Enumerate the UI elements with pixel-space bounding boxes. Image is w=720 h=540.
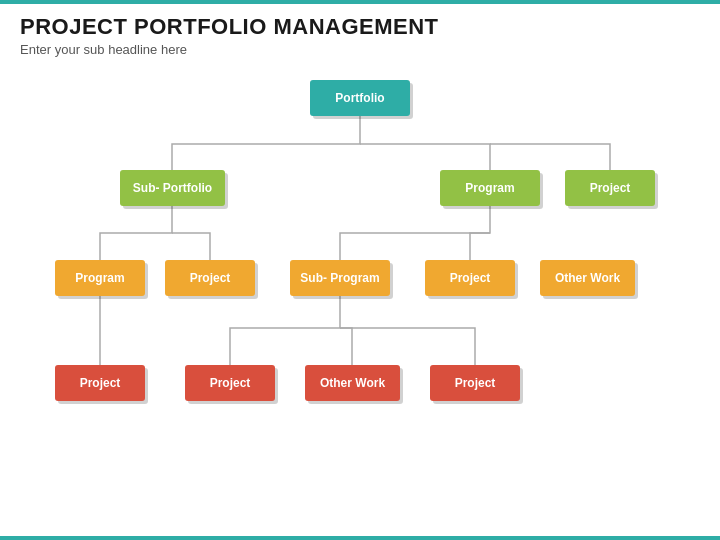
node-sub-program: Sub- Program [290,260,390,296]
node-program-top: Program [440,170,540,206]
node-project-l3b: Project [185,365,275,401]
chart-area: Portfolio Sub- Portfolio Program Project… [0,70,720,530]
sub-title: Enter your sub headline here [20,42,700,57]
node-portfolio: Portfolio [310,80,410,116]
connector-lines [0,70,720,530]
header: PROJECT PORTFOLIO MANAGEMENT Enter your … [0,0,720,61]
node-project-l2d: Project [425,260,515,296]
node-project-top: Project [565,170,655,206]
node-program-l2a: Program [55,260,145,296]
node-project-l3d: Project [430,365,520,401]
node-other-work-r: Other Work [540,260,635,296]
node-project-l2b: Project [165,260,255,296]
top-bar [0,0,720,4]
node-sub-portfolio: Sub- Portfolio [120,170,225,206]
main-title: PROJECT PORTFOLIO MANAGEMENT [20,14,700,40]
node-project-l3a: Project [55,365,145,401]
bottom-bar [0,536,720,540]
node-other-work-l3: Other Work [305,365,400,401]
